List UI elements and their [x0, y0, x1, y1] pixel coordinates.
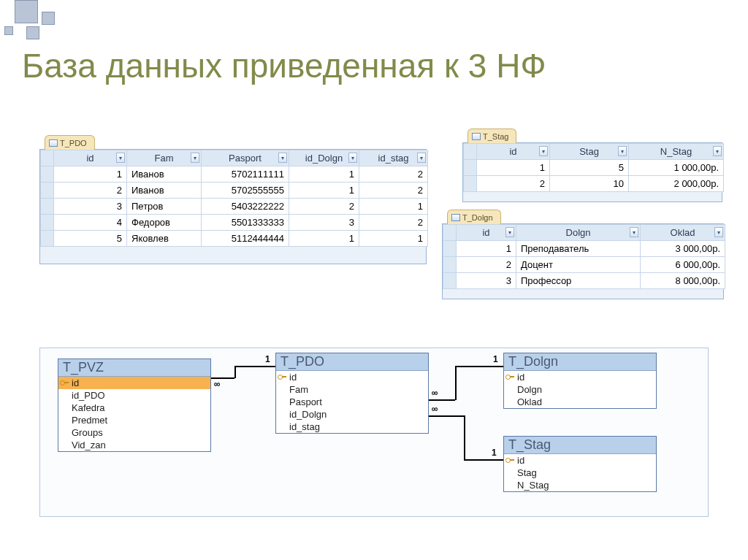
col-header[interactable]: Fam▾ — [127, 150, 202, 166]
key-icon — [60, 379, 69, 386]
cardinality-one: 1 — [265, 354, 270, 364]
header-row: id▾ Dolgn▾ Oklad▾ — [443, 225, 725, 241]
dropdown-icon[interactable]: ▾ — [630, 227, 638, 237]
entity-title: T_Dolgn — [504, 353, 656, 371]
dropdown-icon[interactable]: ▾ — [539, 146, 548, 156]
entity-field: Stag — [504, 467, 656, 479]
col-header[interactable]: id_stag▾ — [359, 150, 428, 166]
tab-label: T_Dolgn — [462, 213, 493, 222]
grid-t-stag: id▾ Stag▾ N_Stag▾ 151 000,00р. 2102 000,… — [463, 143, 724, 192]
entity-t-pdo[interactable]: T_PDO id Fam Pasport id_Dolgn id_stag — [275, 353, 429, 434]
table-row[interactable]: 1Иванов570211111112 — [41, 166, 428, 183]
header-row: id▾ Stag▾ N_Stag▾ — [464, 144, 724, 160]
cardinality-many: ∞ — [432, 404, 438, 414]
col-header[interactable]: id▾ — [457, 225, 516, 241]
row-selector-header[interactable] — [443, 225, 457, 241]
page-title: База данных приведенная к 3 НФ — [22, 47, 546, 85]
dropdown-icon[interactable]: ▾ — [278, 153, 287, 163]
cardinality-one: 1 — [492, 448, 497, 458]
col-header[interactable]: Pasport▾ — [202, 150, 289, 166]
relation-line — [234, 366, 275, 367]
grid-t-dolgn: id▾ Dolgn▾ Oklad▾ 1Преподаватель3 000,00… — [443, 224, 725, 289]
col-header[interactable]: id▾ — [54, 150, 127, 166]
key-icon — [505, 373, 514, 380]
dropdown-icon[interactable]: ▾ — [505, 227, 514, 237]
grid-t-pdo: id▾ Fam▾ Pasport▾ id_Dolgn▾ id_stag▾ 1Ив… — [40, 150, 428, 247]
tab-t-dolgn[interactable]: T_Dolgn — [447, 210, 501, 224]
col-header[interactable]: id▾ — [477, 144, 550, 160]
entity-field-pk: id — [58, 377, 210, 389]
cardinality-one: 1 — [493, 354, 498, 364]
entity-t-stag[interactable]: T_Stag id Stag N_Stag — [503, 436, 657, 492]
tab-t-pdo[interactable]: T_PDO — [45, 135, 95, 150]
table-row[interactable]: 2102 000,00р. — [464, 176, 724, 192]
entity-field: Fam — [276, 383, 428, 396]
key-icon — [278, 373, 286, 380]
relation-line — [464, 415, 465, 459]
col-header[interactable]: Stag▾ — [550, 144, 629, 160]
entity-field: N_Stag — [504, 479, 656, 491]
entity-title: T_PDO — [276, 353, 428, 371]
col-header[interactable]: N_Stag▾ — [629, 144, 724, 160]
table-row[interactable]: 2Иванов570255555512 — [41, 183, 428, 199]
col-header[interactable]: Oklad▾ — [641, 225, 725, 241]
relation-line — [455, 366, 503, 367]
tab-t-stag[interactable]: T_Stag — [468, 129, 516, 143]
entity-t-dolgn[interactable]: T_Dolgn id Dolgn Oklad — [503, 353, 657, 409]
entity-field: Dolgn — [504, 383, 656, 396]
dropdown-icon[interactable]: ▾ — [191, 153, 199, 163]
entity-field-pk: id — [276, 371, 428, 383]
col-header[interactable]: Dolgn▾ — [516, 225, 641, 241]
entity-field: id_stag — [276, 421, 428, 433]
dropdown-icon[interactable]: ▾ — [348, 153, 357, 163]
tab-label: T_PDO — [60, 139, 87, 147]
entity-title: T_Stag — [504, 437, 656, 454]
entity-field-pk: id — [504, 371, 656, 383]
datasheet-t-dolgn: T_Dolgn id▾ Dolgn▾ Oklad▾ 1Преподаватель… — [442, 223, 724, 299]
dropdown-icon[interactable]: ▾ — [713, 146, 722, 156]
relation-line — [429, 399, 455, 401]
relation-line — [429, 415, 464, 417]
dropdown-icon[interactable]: ▾ — [417, 153, 426, 163]
entity-field: id_PDO — [58, 389, 210, 402]
row-selector-header[interactable] — [41, 150, 54, 166]
col-header[interactable]: id_Dolgn▾ — [289, 150, 359, 166]
datasheet-t-pdo: T_PDO id▾ Fam▾ Pasport▾ id_Dolgn▾ id_sta… — [39, 149, 427, 264]
table-row[interactable]: 1Преподаватель3 000,00р. — [443, 241, 725, 257]
relationships-diagram: T_PVZ id id_PDO Kafedra Predmet Groups V… — [39, 348, 709, 517]
entity-field-pk: id — [504, 454, 656, 467]
table-row[interactable]: 3Профессор8 000,00р. — [443, 273, 725, 289]
dropdown-icon[interactable]: ▾ — [618, 146, 627, 156]
table-row[interactable]: 5Яковлев511244444411 — [41, 231, 428, 247]
relation-line — [455, 366, 457, 400]
datasheet-icon — [451, 214, 460, 221]
dropdown-icon[interactable]: ▾ — [116, 153, 125, 163]
tab-label: T_Stag — [483, 132, 508, 141]
relation-line — [234, 366, 236, 378]
table-row[interactable]: 151 000,00р. — [464, 160, 724, 176]
entity-title: T_PVZ — [58, 359, 210, 377]
entity-field: Vid_zan — [58, 439, 210, 451]
relation-line — [464, 459, 503, 461]
dropdown-icon[interactable]: ▾ — [714, 227, 723, 237]
header-row: id▾ Fam▾ Pasport▾ id_Dolgn▾ id_stag▾ — [41, 150, 428, 166]
datasheet-icon — [49, 139, 58, 147]
datasheet-icon — [472, 133, 481, 140]
entity-field: Oklad — [504, 396, 656, 408]
datasheet-t-stag: T_Stag id▾ Stag▾ N_Stag▾ 151 000,00р. 21… — [462, 142, 722, 202]
entity-field: Predmet — [58, 414, 210, 426]
row-selector-header[interactable] — [464, 144, 477, 160]
table-row[interactable]: 2Доцент6 000,00р. — [443, 257, 725, 273]
entity-field: id_Dolgn — [276, 408, 428, 421]
table-row[interactable]: 4Федоров550133333332 — [41, 215, 428, 231]
key-icon — [505, 456, 514, 464]
entity-t-pvz[interactable]: T_PVZ id id_PDO Kafedra Predmet Groups V… — [58, 358, 211, 452]
entity-field: Groups — [58, 426, 210, 439]
table-row[interactable]: 3Петров540322222221 — [41, 199, 428, 215]
cardinality-many: ∞ — [214, 379, 221, 389]
cardinality-many: ∞ — [432, 388, 438, 398]
entity-field: Pasport — [276, 396, 428, 408]
entity-field: Kafedra — [58, 402, 210, 414]
